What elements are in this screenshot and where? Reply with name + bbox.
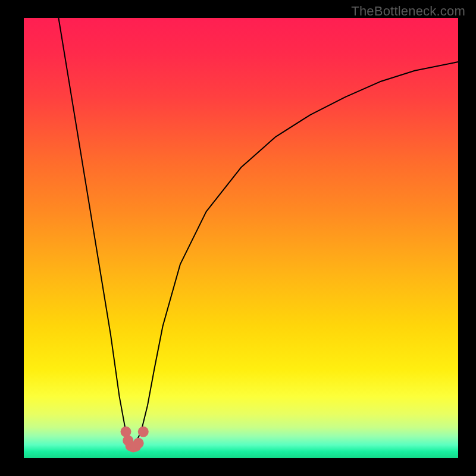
valley-dot-right [138,427,149,437]
valley-dot-4 [133,438,144,449]
plot-area [24,18,458,458]
bottleneck-curve [24,18,458,458]
watermark-text: TheBottleneck.com [351,4,465,19]
chart-frame: TheBottleneck.com [0,0,476,476]
